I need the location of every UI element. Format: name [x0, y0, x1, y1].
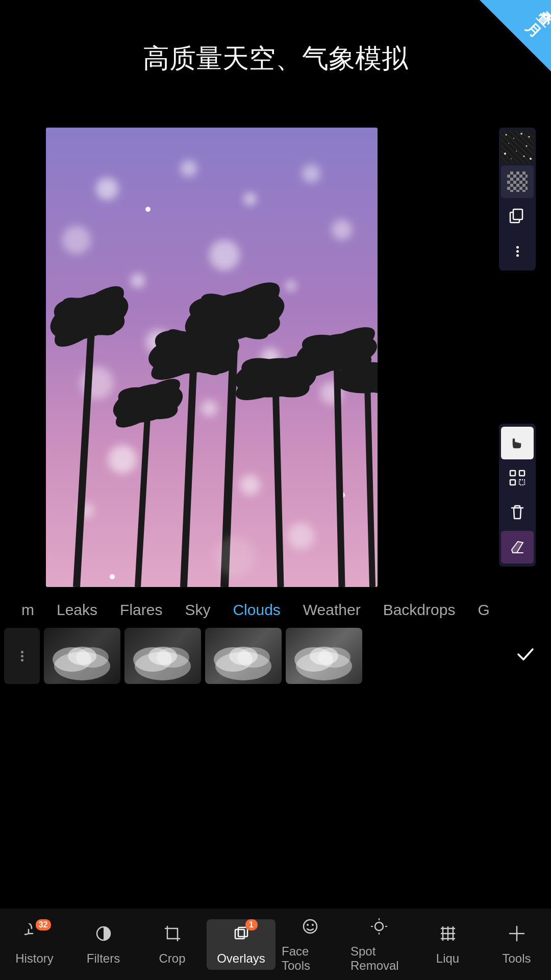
- tools-icon: [507, 923, 527, 948]
- history-icon: 32: [24, 923, 45, 948]
- overlays-badge: 1: [245, 919, 258, 930]
- svg-point-19: [145, 207, 151, 212]
- overlay-thumbnail-3[interactable]: [205, 628, 282, 684]
- category-tab-weather[interactable]: Weather: [292, 597, 372, 623]
- svg-point-95: [304, 920, 317, 933]
- svg-point-3: [244, 193, 256, 205]
- svg-point-60: [526, 145, 528, 147]
- svg-rect-54: [501, 131, 534, 163]
- nav-item-spot-removal[interactable]: Spot Removal: [344, 912, 413, 977]
- svg-point-9: [332, 219, 352, 240]
- svg-rect-68: [510, 471, 515, 476]
- overlays-label: Overlays: [217, 951, 265, 966]
- svg-rect-69: [519, 471, 524, 476]
- svg-point-59: [508, 143, 509, 144]
- filters-icon: [93, 923, 114, 948]
- category-tab-flares[interactable]: Flares: [109, 597, 173, 623]
- svg-point-96: [307, 924, 309, 926]
- face-tools-label: Face Tools: [282, 944, 338, 973]
- overlay-more-button[interactable]: [4, 628, 40, 684]
- svg-point-16: [240, 475, 260, 495]
- move-tool-button[interactable]: [501, 427, 534, 459]
- svg-point-81: [148, 647, 177, 665]
- svg-point-42: [214, 536, 255, 577]
- page-title: 高质量天空、气象模拟: [0, 41, 551, 77]
- svg-point-98: [375, 922, 383, 930]
- category-tab-m[interactable]: m: [10, 597, 45, 623]
- spot-removal-icon: [369, 916, 389, 941]
- overlays-icon: 1: [231, 923, 252, 948]
- svg-point-8: [286, 281, 296, 291]
- duplicate-button[interactable]: [501, 200, 534, 233]
- liquify-icon: [438, 923, 458, 948]
- svg-point-56: [513, 138, 514, 139]
- svg-point-62: [504, 153, 506, 155]
- crop-icon: [162, 923, 183, 948]
- face-tools-icon: [300, 916, 320, 941]
- history-badge: 32: [36, 919, 51, 930]
- svg-rect-71: [519, 480, 524, 485]
- palm-trees-svg: [46, 128, 378, 587]
- confirm-button[interactable]: [510, 639, 541, 670]
- svg-point-63: [523, 156, 525, 157]
- overlay-thumbnails: [0, 625, 551, 687]
- overlay-thumbnail-1[interactable]: [44, 628, 120, 684]
- hand-icon: [509, 434, 526, 452]
- duplicate-icon: [508, 207, 527, 226]
- svg-point-76: [68, 647, 96, 665]
- category-tab-clouds[interactable]: Clouds: [221, 597, 291, 623]
- svg-point-57: [520, 133, 522, 135]
- checkmark-icon: [514, 643, 537, 666]
- svg-point-5: [62, 226, 91, 254]
- svg-point-4: [302, 164, 320, 183]
- nav-item-face-tools[interactable]: Face Tools: [276, 912, 344, 977]
- right-toolbar-top: [499, 128, 536, 271]
- svg-point-18: [288, 523, 314, 549]
- delete-button[interactable]: [501, 496, 534, 529]
- svg-point-58: [529, 136, 530, 138]
- svg-point-7: [209, 240, 240, 271]
- filters-label: Filters: [87, 951, 120, 966]
- transform-icon: [508, 469, 527, 487]
- svg-point-55: [506, 134, 507, 136]
- spot-removal-label: Spot Removal: [350, 944, 407, 973]
- blend-mode-button[interactable]: [501, 165, 534, 198]
- nav-item-liquify[interactable]: Liqu: [413, 919, 482, 970]
- nav-item-history[interactable]: 32 History: [0, 919, 69, 970]
- svg-rect-93: [235, 929, 244, 939]
- svg-point-61: [516, 151, 517, 152]
- nav-item-overlays[interactable]: 1 Overlays: [207, 919, 276, 970]
- crop-label: Crop: [159, 951, 185, 966]
- nav-item-tools[interactable]: Tools: [482, 919, 551, 970]
- category-tab-g[interactable]: G: [466, 597, 500, 623]
- bottom-navigation: 32 History Filters Crop1 Overlays Face T…: [0, 909, 551, 980]
- svg-point-64: [511, 158, 512, 159]
- svg-point-86: [229, 647, 258, 665]
- eraser-icon: [509, 538, 526, 556]
- transform-button[interactable]: [501, 461, 534, 494]
- svg-point-13: [201, 400, 217, 416]
- canvas-area[interactable]: [46, 128, 378, 587]
- svg-rect-70: [510, 480, 515, 485]
- svg-point-2: [181, 160, 197, 177]
- svg-point-97: [312, 924, 314, 926]
- category-tab-leaks[interactable]: Leaks: [45, 597, 109, 623]
- nav-item-filters[interactable]: Filters: [69, 919, 138, 970]
- more-options-button[interactable]: [501, 235, 534, 267]
- svg-point-1: [96, 178, 118, 200]
- trash-icon: [509, 504, 526, 521]
- svg-rect-94: [238, 927, 247, 937]
- eraser-button[interactable]: [501, 531, 534, 564]
- svg-point-65: [530, 158, 532, 160]
- overlay-preview-thumbnail[interactable]: [501, 131, 534, 163]
- overlay-thumbnail-4[interactable]: [286, 628, 362, 684]
- svg-point-6: [131, 274, 145, 288]
- canvas-background: [46, 128, 378, 587]
- right-toolbar-bottom: [499, 424, 536, 567]
- overlay-thumbnail-2[interactable]: [124, 628, 201, 684]
- category-tab-sky[interactable]: Sky: [173, 597, 221, 623]
- nav-item-crop[interactable]: Crop: [138, 919, 207, 970]
- svg-point-15: [108, 445, 137, 474]
- svg-point-91: [310, 647, 338, 665]
- category-tab-backdrops[interactable]: Backdrops: [372, 597, 467, 623]
